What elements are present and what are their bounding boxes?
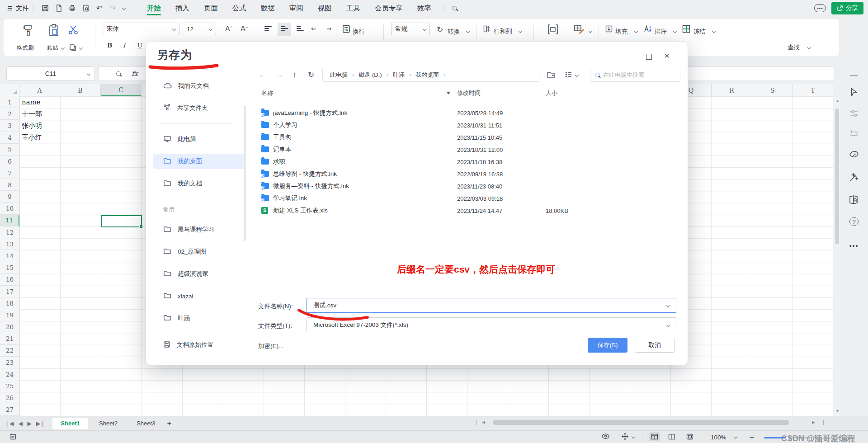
menu-tab-效率[interactable]: 效率: [410, 0, 439, 16]
zoom-slider-track-left[interactable]: [764, 437, 788, 438]
export-pdf-icon[interactable]: [54, 4, 64, 13]
collapse-ribbon-icon[interactable]: —: [848, 71, 860, 80]
print-preview-icon[interactable]: [81, 4, 91, 13]
menu-tab-公式[interactable]: 公式: [225, 0, 254, 16]
pan-mode-icon[interactable]: [621, 433, 629, 440]
fill-chevron-icon[interactable]: [634, 29, 638, 33]
cursor-select-icon[interactable]: [848, 87, 860, 98]
row-header-10[interactable]: 10: [0, 203, 19, 215]
sidebar-item-黑马课程学习[interactable]: 黑马课程学习: [153, 222, 245, 237]
cell-A4[interactable]: 王小红: [19, 132, 60, 144]
row-header-22[interactable]: 22: [0, 345, 19, 357]
adjust-settings-icon[interactable]: [848, 108, 860, 118]
convert-label[interactable]: 转换: [448, 28, 460, 36]
reading-mode-eye-icon[interactable]: [601, 433, 610, 440]
add-sheet-button[interactable]: +: [163, 418, 175, 429]
paste-chevron-icon[interactable]: [61, 46, 65, 50]
help-icon[interactable]: ?: [848, 217, 860, 226]
file-type-select[interactable]: Microsoft Excel 97-2003 文件(*.xls): [307, 317, 676, 332]
freeze-panes-icon[interactable]: [682, 24, 691, 33]
file-row-学习笔记.lnk[interactable]: ↗学习笔记.lnk2022/03/03 09:18: [255, 193, 571, 204]
row-header-7[interactable]: 7: [0, 167, 19, 179]
wrap-text-icon[interactable]: [342, 24, 351, 33]
row-header-25[interactable]: 25: [0, 380, 19, 392]
copy-format-chevron-icon[interactable]: [79, 46, 83, 50]
new-folder-icon[interactable]: [547, 71, 556, 79]
list-header-size[interactable]: 大小: [546, 89, 557, 97]
font-name-select[interactable]: 宋体: [103, 23, 179, 35]
zoom-formula-icon[interactable]: [116, 70, 121, 78]
cell-A1[interactable]: name: [19, 96, 60, 108]
cell-A2[interactable]: 十一郎: [19, 108, 60, 120]
file-row-工具包[interactable]: 工具包2023/11/15 10:45: [255, 132, 571, 143]
paste-icon[interactable]: [48, 24, 60, 37]
encrypt-link[interactable]: 加密(E)...: [258, 342, 283, 350]
row-header-24[interactable]: 24: [0, 368, 19, 380]
menu-tab-开始[interactable]: 开始: [140, 0, 168, 16]
column-header-B[interactable]: B: [60, 84, 101, 96]
row-header-15[interactable]: 15: [0, 262, 19, 274]
file-row-记事本[interactable]: 记事本2023/10/31 12:00: [255, 145, 571, 156]
view-page-layout-button[interactable]: [666, 432, 677, 441]
row-header-4[interactable]: 4: [0, 132, 19, 144]
file-name-input[interactable]: 测试.csv: [307, 298, 676, 313]
decrease-indent-icon[interactable]: ⇐: [311, 25, 316, 32]
row-header-14[interactable]: 14: [0, 250, 19, 262]
sidebar-item-超级演说家[interactable]: 超级演说家: [153, 266, 245, 282]
file-menu[interactable]: ☰ 文件: [7, 4, 29, 13]
active-cell-selection[interactable]: [101, 215, 142, 227]
cancel-button[interactable]: 取消: [635, 338, 675, 353]
fill-icon[interactable]: [605, 25, 613, 33]
align-bottom-icon[interactable]: [297, 26, 304, 31]
row-header-5[interactable]: 5: [0, 144, 19, 156]
scroll-down-icon[interactable]: ▼: [835, 409, 840, 413]
hscroll-left-icon[interactable]: ◀: [482, 420, 485, 424]
menu-tab-视图[interactable]: 视图: [311, 0, 339, 16]
menu-tab-工具[interactable]: 工具: [339, 0, 368, 16]
row-header-23[interactable]: 23: [0, 357, 19, 368]
sheet-nav-buttons[interactable]: |◀ ◀ ▶ ▶|: [6, 420, 45, 427]
sheet-tab-Sheet3[interactable]: Sheet3: [128, 418, 163, 429]
zoom-in-icon[interactable]: +: [814, 433, 818, 441]
redo-icon[interactable]: ↷: [108, 4, 118, 13]
leaf-asset-icon[interactable]: [848, 149, 860, 160]
view-normal-button[interactable]: [649, 432, 660, 441]
more-tools-icon[interactable]: •••: [848, 242, 860, 250]
toolbar-more-chevron-icon[interactable]: [122, 6, 125, 10]
list-header-modified[interactable]: 修改时间: [457, 89, 481, 97]
view-mode-chevron-icon[interactable]: [575, 73, 579, 77]
view-page-break-button[interactable]: [684, 432, 695, 441]
fill-label[interactable]: 填充: [615, 28, 627, 36]
row-header-16[interactable]: 16: [0, 274, 19, 286]
row-header-26[interactable]: 26: [0, 392, 19, 404]
undo-icon[interactable]: ↶: [94, 4, 104, 13]
sheet-tab-Sheet2[interactable]: Sheet2: [91, 418, 126, 429]
row-header-1[interactable]: 1: [0, 96, 19, 108]
align-top-icon[interactable]: [264, 26, 272, 31]
fx-icon[interactable]: fx: [132, 70, 138, 78]
save-button[interactable]: 保存(S): [588, 338, 627, 353]
sidebar-item-xiazai[interactable]: xiazai: [153, 288, 245, 304]
italic-button[interactable]: I: [123, 42, 125, 49]
dialog-search-input[interactable]: 在此电脑中搜索: [590, 68, 680, 82]
sidebar-item-共享文件夹[interactable]: 共享文件夹: [153, 100, 245, 116]
sidebar-item-我的云文档[interactable]: 我的云文档: [153, 78, 245, 94]
row-header-9[interactable]: 9: [0, 191, 19, 203]
zoom-slider-thumb[interactable]: [786, 435, 790, 440]
row-header-2[interactable]: 2: [0, 108, 19, 120]
sidebar-item-文档原始位置[interactable]: 文档原始位置: [153, 337, 245, 353]
convert-chevron-icon[interactable]: [466, 29, 470, 33]
freeze-label[interactable]: 冻结: [693, 28, 706, 36]
column-header-T[interactable]: T: [793, 84, 833, 96]
format-painter-icon[interactable]: [22, 24, 34, 37]
horizontal-scrollbar-thumb[interactable]: [493, 420, 789, 425]
status-left-tool-icon[interactable]: [9, 433, 17, 440]
row-header-19[interactable]: 19: [0, 309, 19, 321]
row-header-18[interactable]: 18: [0, 297, 19, 309]
menu-tab-审阅[interactable]: 审阅: [282, 0, 311, 16]
nav-back-icon[interactable]: ←: [258, 70, 266, 80]
breadcrumb-item[interactable]: 此电脑: [330, 71, 348, 79]
column-header-C[interactable]: C: [101, 84, 142, 96]
row-header-6[interactable]: 6: [0, 156, 19, 167]
row-header-20[interactable]: 20: [0, 321, 19, 333]
